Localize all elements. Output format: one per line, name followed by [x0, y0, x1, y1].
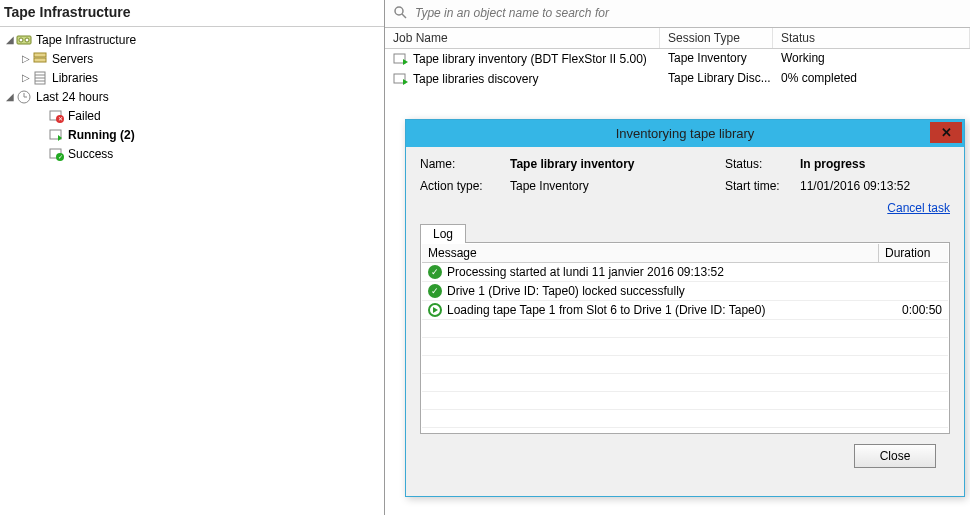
search-bar — [385, 0, 970, 28]
status-ok-icon: ✓ — [428, 284, 442, 298]
sidebar-item-label: Servers — [52, 50, 93, 68]
sidebar: Tape Infrastructure ◢ Tape Infrastructur… — [0, 0, 385, 515]
failed-icon: ✕ — [48, 108, 64, 124]
running-icon — [48, 127, 64, 143]
tape-icon — [16, 32, 32, 48]
grid-header: Job Name Session Type Status — [385, 28, 970, 49]
sidebar-item-servers[interactable]: ▷ Servers — [4, 50, 384, 69]
search-input[interactable] — [415, 6, 962, 20]
sidebar-item-label: Running (2) — [68, 126, 135, 144]
svg-rect-4 — [34, 58, 46, 62]
log-duration: 0:00:50 — [878, 301, 948, 319]
sidebar-item-label: Failed — [68, 107, 101, 125]
summary-status-value: In progress — [800, 157, 950, 171]
sidebar-item-success[interactable]: ✓ Success — [4, 145, 384, 164]
progress-dialog: Inventorying tape library ✕ Name: Tape l… — [405, 119, 965, 497]
status-progress-icon — [428, 303, 442, 317]
svg-point-2 — [25, 38, 29, 42]
library-icon — [32, 70, 48, 86]
log-box: Message Duration ✓ Processing started at… — [420, 242, 950, 434]
log-row-empty — [422, 356, 948, 374]
sidebar-item-tape-infrastructure[interactable]: ◢ Tape Infrastructure — [4, 31, 384, 50]
expander-icon[interactable]: ▷ — [20, 69, 32, 87]
grid-cell-status: 0% completed — [773, 69, 970, 89]
job-running-icon — [393, 71, 409, 87]
log-message: Processing started at lundi 11 janvier 2… — [447, 265, 724, 279]
summary-status-label: Status: — [725, 157, 800, 171]
sidebar-item-last-24-hours[interactable]: ◢ Last 24 hours — [4, 88, 384, 107]
grid-cell-job: Tape library inventory (BDT FlexStor II … — [413, 52, 647, 66]
sidebar-item-label: Libraries — [52, 69, 98, 87]
summary-name-value: Tape library inventory — [510, 157, 725, 171]
grid-header-type[interactable]: Session Type — [660, 28, 773, 48]
svg-text:✕: ✕ — [58, 116, 63, 122]
sidebar-item-failed[interactable]: ✕ Failed — [4, 107, 384, 126]
log-message: Drive 1 (Drive ID: Tape0) locked success… — [447, 284, 685, 298]
grid-cell-type: Tape Inventory — [660, 49, 773, 69]
sidebar-item-running[interactable]: Running (2) — [4, 126, 384, 145]
grid-header-status[interactable]: Status — [773, 28, 970, 48]
clock-icon — [16, 89, 32, 105]
job-running-icon — [393, 51, 409, 67]
log-row-empty — [422, 320, 948, 338]
log-row[interactable]: ✓ Drive 1 (Drive ID: Tape0) locked succe… — [422, 282, 948, 301]
dialog-title: Inventorying tape library ✕ — [406, 120, 964, 147]
sidebar-item-label: Success — [68, 145, 113, 163]
log-row-empty — [422, 374, 948, 392]
grid-header-job[interactable]: Job Name — [385, 28, 660, 48]
search-icon — [393, 5, 409, 21]
log-message: Loading tape Tape 1 from Slot 6 to Drive… — [447, 303, 765, 317]
sidebar-item-label: Last 24 hours — [36, 88, 109, 106]
server-icon — [32, 51, 48, 67]
success-icon: ✓ — [48, 146, 64, 162]
sidebar-title: Tape Infrastructure — [0, 0, 384, 27]
svg-rect-3 — [34, 53, 46, 57]
summary-name-label: Name: — [420, 157, 510, 171]
summary-start-value: 11/01/2016 09:13:52 — [800, 179, 950, 193]
grid-cell-job: Tape libraries discovery — [413, 72, 538, 86]
expander-icon[interactable]: ◢ — [4, 88, 16, 106]
log-row-empty — [422, 392, 948, 410]
grid-row[interactable]: Tape libraries discovery Tape Library Di… — [385, 69, 970, 89]
log-duration — [878, 263, 948, 281]
svg-point-20 — [395, 7, 403, 15]
svg-line-21 — [402, 14, 406, 18]
log-row[interactable]: ✓ Processing started at lundi 11 janvier… — [422, 263, 948, 282]
grid-row[interactable]: Tape library inventory (BDT FlexStor II … — [385, 49, 970, 69]
log-header-duration[interactable]: Duration — [878, 244, 948, 262]
cancel-task-link[interactable]: Cancel task — [887, 201, 950, 215]
sidebar-item-label: Tape Infrastructure — [36, 31, 136, 49]
sidebar-tree: ◢ Tape Infrastructure ▷ Servers ▷ Librar… — [0, 27, 384, 164]
summary-start-label: Start time: — [725, 179, 800, 193]
summary-action-value: Tape Inventory — [510, 179, 725, 193]
expander-icon[interactable]: ▷ — [20, 50, 32, 68]
log-row-empty — [422, 338, 948, 356]
status-ok-icon: ✓ — [428, 265, 442, 279]
close-icon[interactable]: ✕ — [930, 122, 962, 143]
log-duration — [878, 282, 948, 300]
log-row-empty — [422, 410, 948, 428]
sidebar-item-libraries[interactable]: ▷ Libraries — [4, 69, 384, 88]
close-button[interactable]: Close — [854, 444, 936, 468]
tab-log[interactable]: Log — [420, 224, 466, 243]
log-header-message[interactable]: Message — [422, 244, 878, 262]
svg-point-1 — [19, 38, 23, 42]
summary-action-label: Action type: — [420, 179, 510, 193]
grid-cell-status: Working — [773, 49, 970, 69]
log-row[interactable]: Loading tape Tape 1 from Slot 6 to Drive… — [422, 301, 948, 320]
svg-text:✓: ✓ — [58, 154, 63, 160]
expander-icon[interactable]: ◢ — [4, 31, 16, 49]
grid-cell-type: Tape Library Disc... — [660, 69, 773, 89]
